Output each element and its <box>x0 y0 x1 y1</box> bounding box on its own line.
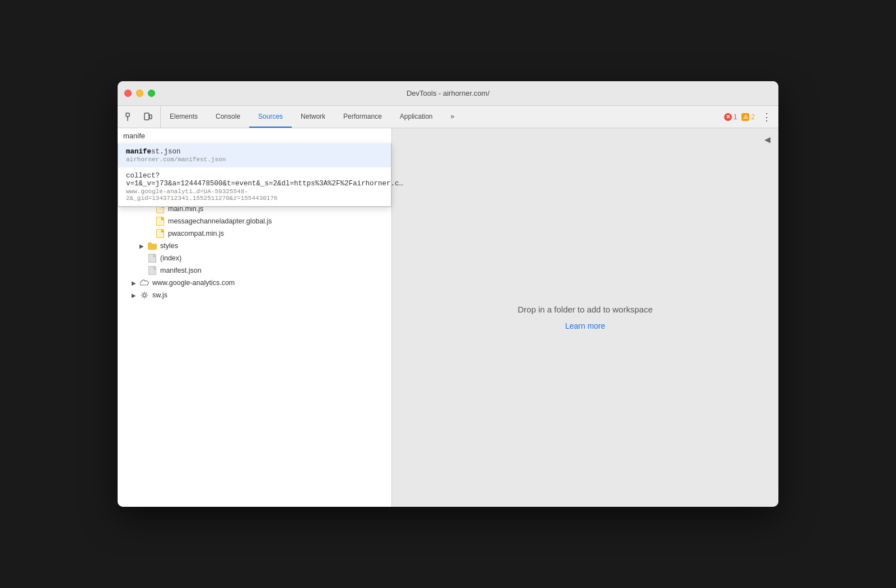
tree-item-google-analytics[interactable]: www.google-analytics.com <box>118 277 391 289</box>
tab-more[interactable]: » <box>442 106 464 128</box>
tab-application[interactable]: Application <box>391 106 442 128</box>
drop-text: Drop in a folder to add to workspace <box>518 305 653 314</box>
tree-item-index[interactable]: (index) <box>118 252 391 264</box>
nav-tabs: Elements Console Sources Network Perform… <box>161 106 720 128</box>
devtools-window: DevTools - airhorner.com/ Elements <box>118 81 778 507</box>
title-bar: DevTools - airhorner.com/ <box>118 81 778 106</box>
warning-icon: ⚠ <box>741 113 749 121</box>
toolbar-right: ✕ 1 ⚠ 2 ⋮ <box>720 106 778 128</box>
cloud-analytics-icon <box>140 278 149 287</box>
tree-item-pwacompat[interactable]: pwacompat.min.js <box>118 227 391 240</box>
svg-rect-2 <box>150 115 152 119</box>
search-input[interactable] <box>123 132 386 140</box>
tab-sources[interactable]: Sources <box>249 106 292 128</box>
inspect-icon[interactable] <box>122 109 138 125</box>
minimize-button[interactable] <box>136 90 143 97</box>
left-panel: manifest.json airhorner.com/manifest.jso… <box>118 128 392 507</box>
main-content: manifest.json airhorner.com/manifest.jso… <box>118 128 778 507</box>
window-title: DevTools - airhorner.com/ <box>407 89 489 97</box>
autocomplete-primary-1: manifest.json <box>126 148 383 156</box>
autocomplete-secondary-2: www.google-analyti…d=UA-59325548-2&_gid=… <box>126 188 383 202</box>
chevron-styles <box>138 242 146 250</box>
maximize-button[interactable] <box>148 90 155 97</box>
collapse-button[interactable]: ◀ <box>760 133 774 146</box>
autocomplete-item-collect[interactable]: collect?v=1&_v=j73&a=1244478500&t=event&… <box>118 167 391 206</box>
tree-label-pwacompat: pwacompat.min.js <box>168 230 224 237</box>
learn-more-link[interactable]: Learn more <box>565 321 605 330</box>
tree-label-google-analytics: www.google-analytics.com <box>152 279 235 287</box>
device-icon[interactable] <box>140 109 156 125</box>
chevron-sw <box>130 291 138 299</box>
svg-point-6 <box>143 294 146 297</box>
file-messagechannel-icon <box>156 217 165 226</box>
search-bar: manifest.json airhorner.com/manifest.jso… <box>118 128 391 207</box>
autocomplete-item-manifest[interactable]: manifest.json airhorner.com/manifest.jso… <box>118 143 391 167</box>
tree-label-messagechannel: messagechanneladapter.global.js <box>168 217 272 225</box>
tab-console[interactable]: Console <box>207 106 249 128</box>
close-button[interactable] <box>124 90 132 97</box>
file-index-icon <box>148 254 157 263</box>
tree-label-styles: styles <box>160 242 178 250</box>
workspace-message: Drop in a folder to add to workspace Lea… <box>518 305 653 331</box>
gear-sw-icon <box>140 291 149 300</box>
autocomplete-secondary-1: airhorner.com/manifest.json <box>126 156 383 163</box>
error-icon: ✕ <box>724 113 732 121</box>
tree-item-manifest[interactable]: manifest.json <box>118 264 391 277</box>
autocomplete-primary-2: collect?v=1&_v=j73&a=1244478500&t=event&… <box>126 172 383 188</box>
tree-label-manifest: manifest.json <box>160 267 202 274</box>
tree-item-sw[interactable]: sw.js <box>118 289 391 301</box>
tree-item-styles[interactable]: styles <box>118 240 391 252</box>
svg-rect-1 <box>144 113 149 120</box>
folder-styles-icon <box>148 241 157 250</box>
error-badge[interactable]: ✕ 1 <box>724 113 738 121</box>
svg-rect-0 <box>126 113 129 116</box>
toolbar-icons <box>118 106 161 128</box>
tab-elements[interactable]: Elements <box>161 106 207 128</box>
chevron-google-analytics <box>130 279 138 287</box>
tree-label-sw: sw.js <box>152 291 167 299</box>
toolbar: Elements Console Sources Network Perform… <box>118 106 778 128</box>
tab-network[interactable]: Network <box>292 106 334 128</box>
file-manifest-icon <box>148 266 157 275</box>
tree-label-index: (index) <box>160 254 181 262</box>
traffic-lights <box>124 90 155 97</box>
tab-performance[interactable]: Performance <box>334 106 391 128</box>
workspace-controls: ◀ <box>756 128 778 151</box>
right-panel: ◀ Drop in a folder to add to workspace L… <box>392 128 778 507</box>
search-input-wrapper <box>118 128 391 143</box>
warning-badge[interactable]: ⚠ 2 <box>741 113 755 121</box>
autocomplete-dropdown: manifest.json airhorner.com/manifest.jso… <box>118 143 391 207</box>
file-pwacompat-icon <box>156 229 165 238</box>
settings-more-button[interactable]: ⋮ <box>759 111 774 123</box>
tree-item-messagechannel[interactable]: messagechanneladapter.global.js <box>118 215 391 227</box>
